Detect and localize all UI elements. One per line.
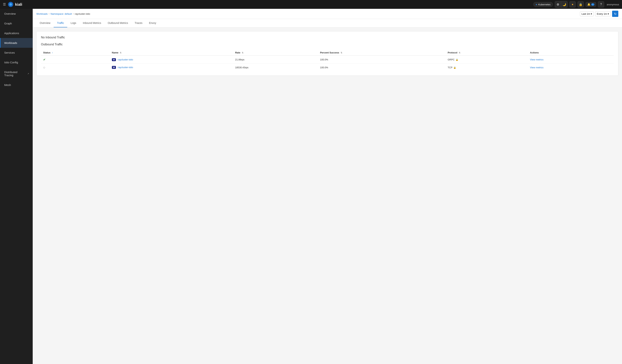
sidebar-item-distributed-tracing[interactable]: Distributed Tracing ↗	[0, 67, 33, 80]
tab-outbound-metrics[interactable]: Outbound Metrics	[104, 19, 131, 27]
col-header-name: Name ⇅	[110, 50, 233, 56]
hamburger-menu-icon[interactable]: ☰	[3, 2, 6, 6]
sidebar-item-mesh[interactable]: Mesh	[0, 80, 33, 90]
last-time-selector[interactable]: Last 1m ▾	[580, 11, 594, 16]
workload-link-1[interactable]: raycluster-istio	[118, 58, 133, 61]
sort-icon-success: ⇅	[341, 52, 342, 54]
settings-darkmode-group: ⚙ 🌙	[555, 1, 568, 8]
cluster-label: Kubernetes	[538, 3, 550, 6]
user-label: anonymous	[607, 3, 619, 6]
sidebar-item-istio-config[interactable]: Istio Config	[0, 57, 33, 67]
tab-traffic[interactable]: Traffic	[54, 19, 67, 27]
sort-arrow-status: ↑	[52, 51, 53, 54]
view-metrics-link-1[interactable]: View metrics	[530, 58, 543, 61]
breadcrumb: Workloads › Namespace: default › rayclus…	[36, 13, 90, 15]
row1-status: ✔	[41, 56, 110, 64]
sort-icon-protocol: ⇅	[459, 52, 460, 54]
workload-badge-1: W	[112, 58, 116, 61]
status-diamond-icon: ◇	[43, 66, 45, 69]
workload-badge-2: W	[112, 66, 116, 69]
sort-icon-name: ⇅	[120, 52, 121, 54]
tab-inbound-metrics[interactable]: Inbound Metrics	[79, 19, 104, 27]
kubernetes-icon: ⎈	[536, 3, 537, 6]
lock-icon-2: 🔒	[453, 66, 456, 69]
col-header-actions: Actions	[528, 50, 614, 56]
dark-mode-button[interactable]: 🌙	[561, 1, 567, 8]
logo-outer-circle	[8, 2, 13, 7]
sidebar-item-services[interactable]: Services	[0, 48, 33, 57]
lock-icon-1: 🔒	[456, 58, 458, 61]
table-row: ◇ W raycluster-istio 18530.43rps 100.0% …	[41, 64, 614, 71]
breadcrumb-controls: Last 1m ▾ Every 1m ▾ ↻	[580, 11, 618, 17]
row1-actions: View metrics	[528, 56, 614, 64]
breadcrumb-current: raycluster-istio	[75, 13, 90, 15]
breadcrumb-bar: Workloads › Namespace: default › rayclus…	[33, 9, 622, 19]
tab-traces[interactable]: Traces	[131, 19, 146, 27]
refresh-button[interactable]: ↻	[612, 11, 618, 17]
help-button[interactable]: ?	[598, 1, 604, 8]
row1-protocol: GRPC 🔒	[446, 56, 528, 64]
external-link-icon: ↗	[27, 73, 29, 75]
row2-rate: 18530.43rps	[233, 64, 318, 71]
col-header-rate: Rate ⇅	[233, 50, 318, 56]
breadcrumb-workloads[interactable]: Workloads	[36, 13, 48, 15]
main-content: Workloads › Namespace: default › rayclus…	[33, 9, 622, 364]
breadcrumb-sep-1: ›	[49, 13, 49, 15]
breadcrumb-sep-2: ›	[73, 13, 74, 15]
inbound-traffic-title: No Inbound Traffic	[41, 36, 614, 39]
col-header-protocol: Protocol ⇅	[446, 50, 528, 56]
sidebar-item-overview[interactable]: Overview	[0, 9, 33, 19]
tab-envoy[interactable]: Envoy	[146, 19, 159, 27]
traffic-card: No Inbound Traffic Outbound Traffic Stat…	[36, 31, 618, 76]
notification-badge: 1	[591, 3, 594, 6]
logo-text: kiali	[15, 2, 22, 7]
row2-protocol: TCP 🔒	[446, 64, 528, 71]
outbound-traffic-table: Status ↑ Name ⇅ Rate ⇅	[41, 50, 614, 71]
tabs-bar: Overview Traffic Logs Inbound Metrics Ou…	[33, 19, 622, 28]
row1-name: W raycluster-istio	[110, 56, 233, 64]
notifications-button[interactable]: 🔔 1	[586, 2, 596, 7]
chevron-down-icon: ▾	[591, 13, 592, 15]
row2-percent-success: 100.0%	[318, 64, 446, 71]
workload-link-2[interactable]: raycluster-istio	[118, 66, 133, 69]
row2-status: ◇	[41, 64, 110, 71]
sidebar-item-applications[interactable]: Applications	[0, 28, 33, 38]
row2-actions: View metrics	[528, 64, 614, 71]
logo-container: kiali	[8, 2, 22, 7]
lock-button[interactable]: 🔒	[578, 1, 584, 8]
row1-percent-success: 100.0%	[318, 56, 446, 64]
breadcrumb-namespace[interactable]: Namespace: default	[51, 13, 72, 15]
sidebar-item-graph[interactable]: Graph	[0, 19, 33, 28]
top-navigation: ☰ kiali ⎈ Kubernetes ⚙ 🌙 ● 🔒 🔔 1 ? anony…	[0, 0, 622, 9]
cluster-selector[interactable]: ⎈ Kubernetes	[533, 2, 553, 7]
sidebar: Overview Graph Applications Workloads Se…	[0, 9, 33, 364]
every-time-selector[interactable]: Every 1m ▾	[595, 11, 611, 16]
chevron-down-icon-2: ▾	[608, 13, 609, 15]
bell-icon: 🔔	[587, 3, 590, 6]
kiali-logo-icon	[8, 2, 13, 7]
row1-rate: 21.89rps	[233, 56, 318, 64]
circle-status-icon: ●	[569, 1, 576, 8]
sort-icon-rate: ⇅	[242, 52, 243, 54]
logo-inner-circle	[9, 3, 12, 6]
status-ok-icon: ✔	[43, 58, 46, 61]
outbound-section: Outbound Traffic Status ↑ Name ⇅	[41, 43, 614, 71]
table-row: ✔ W raycluster-istio 21.89rps 100.0% GRP…	[41, 56, 614, 64]
settings-button[interactable]: ⚙	[555, 1, 561, 8]
no-inbound-section: No Inbound Traffic	[41, 36, 614, 39]
row2-name: W raycluster-istio	[110, 64, 233, 71]
col-header-status[interactable]: Status ↑	[41, 50, 110, 56]
page-content: No Inbound Traffic Outbound Traffic Stat…	[33, 28, 622, 83]
tab-overview[interactable]: Overview	[36, 19, 54, 27]
col-header-percent-success: Percent Success ⇅	[318, 50, 446, 56]
sidebar-item-workloads[interactable]: Workloads	[0, 38, 33, 48]
outbound-traffic-title: Outbound Traffic	[41, 43, 614, 46]
tab-logs[interactable]: Logs	[67, 19, 79, 27]
view-metrics-link-2[interactable]: View metrics	[530, 66, 543, 69]
